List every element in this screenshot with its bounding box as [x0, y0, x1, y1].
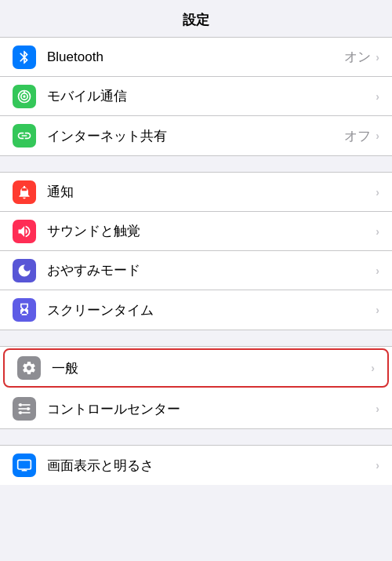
list-item-display[interactable]: 画面表示と明るさ › [0, 446, 392, 485]
donotdisturb-chevron: › [376, 264, 379, 277]
display-icon-wrap [13, 454, 36, 477]
list-item-screentime[interactable]: スクリーンタイム › [0, 290, 392, 330]
control-center-label: コントロールセンター [47, 400, 376, 418]
bluetooth-icon [16, 49, 32, 65]
section-notifications: 通知 › サウンドと触覚 › おやすみモード › [0, 172, 392, 330]
svg-point-7 [19, 411, 22, 414]
sound-icon [16, 224, 32, 239]
section-general-wrapper: 一般 › コ [0, 346, 392, 429]
section-connectivity: Bluetooth オン › モバイル通信 › [0, 37, 392, 156]
hotspot-value: オフ [344, 127, 371, 145]
sounds-icon-wrap [13, 220, 36, 243]
svg-point-6 [27, 407, 30, 410]
list-item-mobile[interactable]: モバイル通信 › [0, 77, 392, 116]
hourglass-icon [16, 302, 32, 318]
notifications-chevron: › [376, 186, 379, 199]
page-container: 設定 Bluetooth オン › モバイル通信 [0, 0, 392, 485]
svg-point-2 [23, 95, 25, 97]
list-item-notifications[interactable]: 通知 › [0, 173, 392, 212]
display-icon [16, 457, 32, 473]
donotdisturb-icon-wrap [13, 259, 36, 282]
list-item-control-center[interactable]: コントロールセンター › [0, 389, 392, 428]
display-chevron: › [376, 459, 379, 472]
list-item-hotspot[interactable]: インターネット共有 オフ › [0, 116, 392, 155]
hotspot-icon-wrap [13, 124, 36, 148]
page-title: 設定 [0, 0, 392, 37]
svg-point-5 [19, 403, 22, 406]
notifications-icon-wrap [13, 180, 36, 204]
donotdisturb-label: おやすみモード [47, 261, 376, 279]
gear-icon [21, 360, 37, 376]
mobile-label: モバイル通信 [47, 87, 376, 105]
general-icon-wrap [17, 356, 41, 380]
general-label: 一般 [52, 359, 371, 377]
sounds-label: サウンドと触覚 [47, 222, 376, 240]
bluetooth-chevron: › [376, 51, 379, 64]
bluetooth-value: オン [344, 48, 371, 66]
sliders-icon [16, 401, 32, 417]
control-center-icon-wrap [13, 397, 36, 421]
list-item-sounds[interactable]: サウンドと触覚 › [0, 212, 392, 251]
svg-rect-14 [18, 460, 31, 469]
screentime-label: スクリーンタイム [47, 301, 376, 319]
bell-icon [16, 184, 32, 200]
general-chevron: › [371, 362, 375, 374]
bluetooth-icon-wrap [13, 46, 36, 69]
mobile-chevron: › [376, 90, 379, 103]
list-item-donotdisturb[interactable]: おやすみモード › [0, 251, 392, 290]
list-item-bluetooth[interactable]: Bluetooth オン › [0, 38, 392, 77]
display-label: 画面表示と明るさ [47, 457, 376, 475]
list-item-general[interactable]: 一般 › [3, 348, 389, 388]
moon-icon [16, 263, 32, 279]
svg-rect-4 [22, 188, 27, 191]
section-general: 一般 › コ [0, 346, 392, 429]
notifications-label: 通知 [47, 183, 376, 201]
hotspot-chevron: › [376, 129, 379, 142]
sounds-chevron: › [376, 225, 379, 238]
mobile-icon-wrap [13, 85, 36, 108]
signal-icon [16, 89, 32, 104]
screentime-chevron: › [376, 304, 379, 316]
bluetooth-label: Bluetooth [47, 49, 344, 65]
screentime-icon-wrap [13, 298, 36, 322]
section-bottom-peek: 画面表示と明るさ › [0, 445, 392, 485]
hotspot-label: インターネット共有 [47, 127, 344, 145]
link-icon [16, 128, 32, 144]
control-center-chevron: › [376, 403, 379, 415]
